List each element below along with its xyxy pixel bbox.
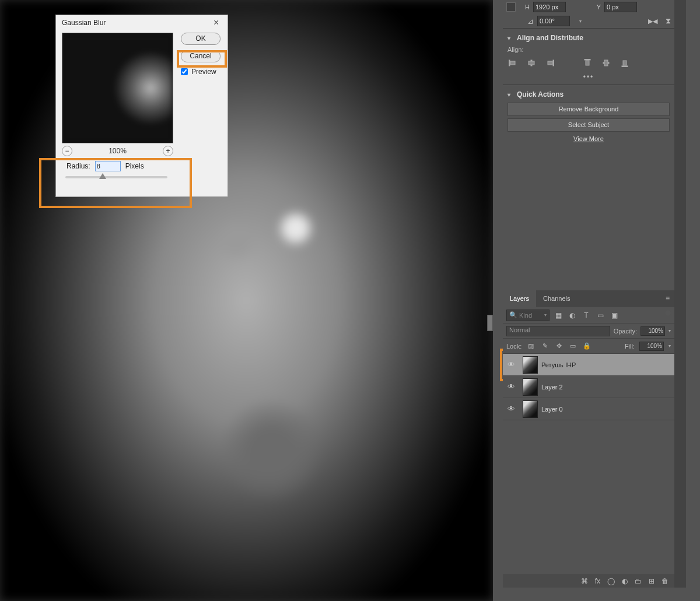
right-panels: H Y ⊿ ▾ ▶◀ ⧗ ▾ Align and Distribute Alig…	[503, 0, 674, 588]
angle-input[interactable]	[537, 16, 570, 26]
layers-tabs: Layers Channels ≡	[503, 290, 674, 307]
zoom-in-icon[interactable]: +	[163, 146, 173, 156]
more-options-icon[interactable]: •••	[508, 73, 670, 81]
filter-kind-select[interactable]: 🔍 Kind ▾	[506, 310, 550, 321]
opacity-input[interactable]	[640, 326, 665, 336]
height-input[interactable]	[533, 2, 566, 12]
layer-name: Layer 2	[541, 384, 563, 391]
select-subject-button[interactable]: Select Subject	[508, 118, 670, 132]
y-input[interactable]	[604, 2, 637, 12]
align-bottom-icon[interactable]	[620, 58, 630, 68]
search-icon: 🔍	[509, 311, 517, 319]
align-top-icon[interactable]	[582, 58, 593, 68]
radius-unit: Pixels	[125, 162, 144, 170]
layers-list: 👁Ретушь IHP👁Layer 2👁Layer 0	[503, 354, 674, 420]
tab-channels[interactable]: Channels	[536, 290, 577, 307]
gaussian-blur-dialog: Gaussian Blur × − 100% + OK Cancel Previ…	[55, 15, 228, 197]
align-right-icon[interactable]	[545, 58, 555, 68]
close-icon[interactable]: ×	[214, 15, 222, 30]
panel-edge	[674, 0, 686, 588]
svg-rect-0	[509, 60, 510, 66]
filter-pixel-icon[interactable]: ▦	[553, 310, 564, 321]
preview-checkbox[interactable]: Preview	[181, 68, 223, 76]
filter-shape-icon[interactable]: ▭	[595, 310, 606, 321]
angle-dropdown-icon[interactable]: ▾	[579, 19, 582, 24]
blend-mode-select[interactable]: Normal	[506, 326, 610, 336]
fill-input[interactable]	[639, 342, 664, 351]
visibility-icon[interactable]: 👁	[503, 382, 519, 391]
blur-preview[interactable]	[62, 33, 173, 143]
opacity-dropdown-icon[interactable]: ▾	[668, 328, 671, 333]
chevron-down-icon[interactable]: ▾	[508, 92, 513, 98]
flip-vertical-icon[interactable]: ⧗	[666, 16, 671, 26]
flip-horizontal-icon[interactable]: ▶◀	[648, 17, 657, 25]
filter-type-icon[interactable]: T	[581, 310, 592, 321]
svg-rect-11	[623, 61, 626, 65]
align-section-title: Align and Distribute	[517, 34, 583, 42]
svg-rect-3	[528, 61, 534, 65]
zoom-level: 100%	[108, 147, 127, 155]
align-left-icon[interactable]	[508, 58, 518, 68]
svg-rect-1	[510, 61, 515, 65]
zoom-out-icon[interactable]: −	[62, 146, 72, 156]
link-dimensions-icon[interactable]	[506, 2, 516, 12]
layers-footer: ⌘ fx ◯ ◐ 🗀 ⊞ 🗑	[503, 574, 674, 588]
lock-transparency-icon[interactable]: ▨	[526, 342, 536, 351]
visibility-icon[interactable]: 👁	[503, 405, 519, 413]
lock-pixels-icon[interactable]: ✎	[540, 342, 550, 351]
layer-name: Layer 0	[541, 406, 563, 413]
lock-artboard-icon[interactable]: ▭	[568, 342, 578, 351]
radius-label: Radius:	[66, 162, 90, 170]
filter-toggle-icon[interactable]	[665, 310, 671, 316]
opacity-label: Opacity:	[614, 328, 637, 335]
cancel-button[interactable]: Cancel	[181, 50, 220, 62]
align-label: Align:	[508, 46, 670, 53]
radius-slider[interactable]	[65, 176, 167, 178]
lock-all-icon[interactable]: 🔒	[582, 342, 592, 351]
height-label: H	[522, 3, 530, 10]
link-layers-icon[interactable]: ⌘	[581, 577, 588, 585]
fx-icon[interactable]: fx	[595, 577, 600, 585]
layer-thumbnail[interactable]	[523, 400, 538, 418]
svg-rect-5	[548, 61, 552, 65]
layer-thumbnail[interactable]	[523, 378, 538, 396]
mask-icon[interactable]: ◯	[607, 577, 615, 585]
preview-image	[62, 33, 173, 143]
lock-label: Lock:	[506, 343, 522, 350]
visibility-icon[interactable]: 👁	[503, 360, 519, 369]
fill-dropdown-icon[interactable]: ▾	[668, 343, 671, 349]
dialog-titlebar[interactable]: Gaussian Blur ×	[56, 15, 228, 30]
radius-input[interactable]	[95, 161, 121, 171]
remove-background-button[interactable]: Remove Background	[508, 103, 670, 116]
align-center-h-icon[interactable]	[526, 58, 537, 68]
adjustment-icon[interactable]: ◐	[622, 577, 628, 585]
chevron-down-icon[interactable]: ▾	[508, 35, 513, 41]
layer-thumbnail[interactable]	[523, 356, 538, 374]
view-more-link[interactable]: View More	[508, 135, 670, 142]
preview-checkbox-input[interactable]	[181, 68, 188, 75]
panel-menu-icon[interactable]: ≡	[661, 290, 674, 307]
lock-position-icon[interactable]: ✥	[554, 342, 564, 351]
svg-rect-10	[622, 66, 628, 67]
svg-rect-6	[584, 59, 590, 60]
align-center-v-icon[interactable]	[601, 58, 611, 68]
group-icon[interactable]: 🗀	[635, 577, 642, 585]
layer-name: Ретушь IHP	[541, 361, 576, 368]
filter-adjust-icon[interactable]: ◐	[567, 310, 578, 321]
ok-button[interactable]: OK	[181, 33, 220, 45]
layer-row[interactable]: 👁Ретушь IHP	[503, 354, 674, 376]
tab-layers[interactable]: Layers	[503, 290, 536, 307]
dialog-title: Gaussian Blur	[62, 15, 106, 30]
svg-rect-4	[553, 60, 554, 66]
scrollbar-vertical[interactable]	[487, 315, 493, 331]
slider-thumb[interactable]	[99, 173, 106, 179]
new-layer-icon[interactable]: ⊞	[649, 577, 654, 585]
quick-actions-title: Quick Actions	[517, 90, 564, 99]
layer-row[interactable]: 👁Layer 0	[503, 398, 674, 420]
angle-icon: ⊿	[527, 17, 534, 26]
delete-layer-icon[interactable]: 🗑	[662, 577, 668, 585]
fill-label: Fill:	[625, 343, 635, 350]
layer-row[interactable]: 👁Layer 2	[503, 376, 674, 398]
filter-smart-icon[interactable]: ▣	[609, 310, 620, 321]
y-label: Y	[593, 3, 601, 10]
